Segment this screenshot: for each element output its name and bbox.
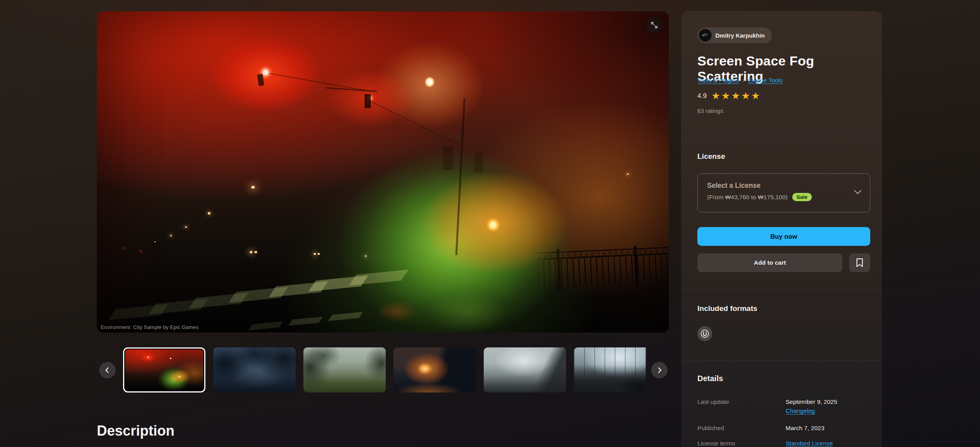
distant-red-light <box>140 251 142 252</box>
chevron-down-icon <box>853 189 862 195</box>
crosswalk-stripe <box>229 287 288 303</box>
breadcrumb-engine-tools[interactable]: Engine Tools <box>748 77 782 84</box>
breadcrumb-tools-plugins[interactable]: Tools & Plugins <box>697 77 739 84</box>
street-lamp-light <box>251 186 255 189</box>
seller-avatar <box>699 29 711 42</box>
detail-value: September 9, 2025 <box>786 397 837 406</box>
chevron-left-icon <box>104 367 111 374</box>
car-headlights <box>314 253 316 255</box>
thumbnail-interior-room[interactable] <box>574 347 646 392</box>
thumbnail-misty-forest[interactable] <box>303 347 386 392</box>
traffic-light-arm <box>326 87 377 92</box>
unreal-engine-icon[interactable] <box>697 326 712 341</box>
detail-row-license-terms: License terms Standard License <box>697 439 870 447</box>
detail-value: March 7, 2023 <box>786 423 824 432</box>
detail-label: Published <box>697 423 786 432</box>
thumbnail-sunset-water[interactable] <box>394 347 476 392</box>
seller-name: Dmitry Karpukhin <box>715 32 765 39</box>
thumbnail-fog-traffic-lights[interactable] <box>123 347 205 392</box>
purchase-panel: Dmitry Karpukhin Screen Space Fog Scatte… <box>681 11 882 447</box>
street-lamp-light <box>154 241 156 242</box>
breadcrumb: Tools & Plugins › Engine Tools <box>697 77 783 84</box>
section-divider <box>681 142 882 142</box>
street-lamp-light <box>185 226 187 228</box>
details-heading: Details <box>697 374 723 383</box>
standard-license-link[interactable]: Standard License <box>786 439 833 447</box>
road-marking <box>288 316 323 326</box>
changelog-link[interactable]: Changelog <box>786 406 815 415</box>
thumbnail-blue-foggy-forest[interactable] <box>213 347 296 392</box>
orange-light-reflection <box>377 300 417 323</box>
crosswalk-stripe <box>348 270 408 286</box>
license-select-label: Select a License <box>707 182 860 190</box>
street-lamp-light <box>208 212 211 214</box>
detail-row-published: Published March 7, 2023 <box>697 423 870 432</box>
thumbnail-foggy-walkway[interactable] <box>484 347 566 392</box>
sale-badge: Sale <box>792 193 812 201</box>
crosswalk-stripe <box>189 293 248 309</box>
crosswalk-stripe <box>149 298 208 314</box>
road-marking <box>328 312 363 321</box>
star-icons: ★★★★★ <box>711 91 761 101</box>
street-pole <box>456 98 466 255</box>
breadcrumb-separator: › <box>742 77 744 84</box>
wishlist-button[interactable] <box>849 253 870 272</box>
street-lamp-light <box>627 173 629 175</box>
crosswalk-stripe <box>109 304 168 320</box>
bookmark-icon <box>856 258 864 267</box>
street-lamp-light <box>365 255 367 257</box>
thumbnail-carousel <box>123 347 646 394</box>
product-hero-image[interactable]: Environment: City Sample by Epic Games <box>97 11 669 333</box>
seller-pill[interactable]: Dmitry Karpukhin <box>697 27 772 43</box>
power-line <box>269 73 371 92</box>
add-to-cart-button[interactable]: Add to cart <box>697 253 842 272</box>
street-lamp-light <box>170 235 172 236</box>
section-divider <box>681 360 882 360</box>
rating: 4.9 ★★★★★ <box>697 91 761 101</box>
included-formats-heading: Included formats <box>697 304 757 313</box>
traffic-light-silhouette <box>365 94 371 108</box>
car-headlights <box>250 251 252 253</box>
iron-fence-silhouette <box>531 244 669 292</box>
license-heading: License <box>697 152 725 161</box>
traffic-light-silhouette <box>257 74 264 86</box>
expand-icon <box>650 21 659 29</box>
image-caption: Environment: City Sample by Epic Games <box>101 324 199 330</box>
road-marking <box>248 322 283 331</box>
street-sign-silhouette <box>474 153 483 172</box>
distant-red-light <box>123 247 124 249</box>
rating-count[interactable]: 63 ratings <box>697 107 723 114</box>
section-divider <box>681 289 882 290</box>
rating-score: 4.9 <box>697 92 707 100</box>
street-sign-silhouette <box>443 146 453 170</box>
description-heading: Description <box>97 423 174 439</box>
chevron-right-icon <box>656 367 663 374</box>
green-light-reflection <box>428 294 508 333</box>
detail-row-last-update: Last update September 9, 2025 Changelog <box>697 397 870 415</box>
fullscreen-button[interactable] <box>646 17 662 33</box>
detail-label: License terms <box>697 439 786 447</box>
crosswalk-stripe <box>269 281 328 297</box>
buy-now-button[interactable]: Buy now <box>697 227 870 246</box>
price-range: (From ₩43,760 to ₩175,100) <box>707 194 788 201</box>
guy-wire <box>371 101 459 145</box>
crosswalk-stripe <box>309 275 368 291</box>
license-select[interactable]: Select a License (From ₩43,760 to ₩175,1… <box>697 173 870 213</box>
carousel-prev-button[interactable] <box>99 362 116 378</box>
detail-label: Last update <box>697 397 786 415</box>
carousel-next-button[interactable] <box>651 362 668 378</box>
